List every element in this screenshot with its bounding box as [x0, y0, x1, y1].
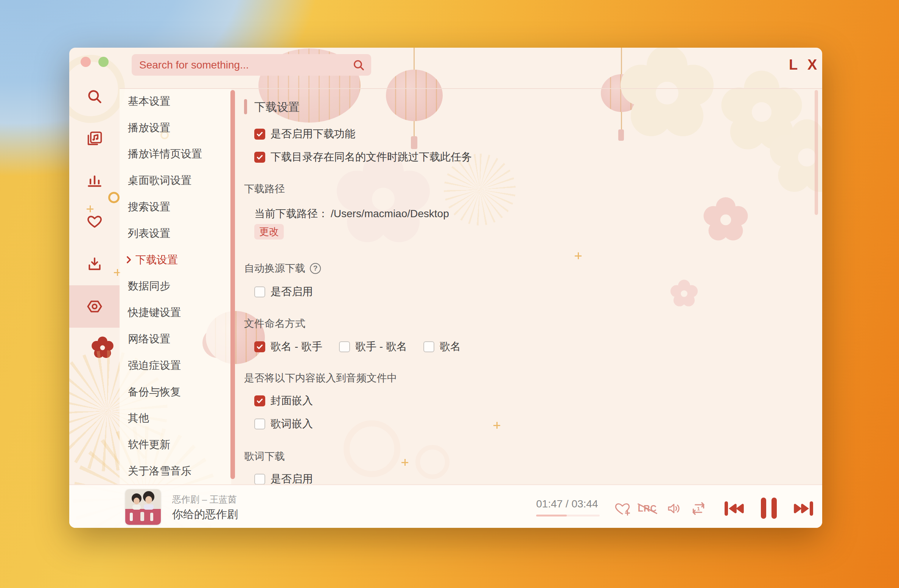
menu-item-search[interactable]: 搜索设置 [120, 194, 231, 220]
menu-item-other[interactable]: 其他 [120, 405, 231, 432]
svg-text:1: 1 [697, 506, 700, 512]
enable-download-row[interactable]: 是否启用下载功能 [254, 128, 355, 140]
menu-item-backup[interactable]: 备份与恢复 [120, 379, 231, 405]
help-icon[interactable]: ? [310, 263, 321, 274]
search-input[interactable] [132, 59, 352, 71]
checkbox-label: 下载目录存在同名的文件时跳过下载此任务 [271, 150, 472, 164]
menu-item-play-detail[interactable]: 播放详情页设置 [120, 141, 231, 168]
track-meta: 恶作剧 – 王蓝茵 [172, 493, 237, 506]
volume-icon [666, 501, 681, 516]
menu-item-network[interactable]: 网络设置 [120, 326, 231, 352]
pause-icon [759, 496, 779, 520]
desktop-lyrics-button[interactable]: LRC [636, 502, 659, 515]
checkbox-unchecked[interactable] [423, 341, 434, 352]
sidebar-item-leaderboard[interactable] [84, 170, 105, 191]
checkbox-label: 歌名 - 歌手 [271, 339, 322, 354]
repeat-one-icon: 1 [691, 501, 706, 516]
menu-item-list[interactable]: 列表设置 [120, 220, 231, 247]
titlebar: L X [69, 48, 822, 88]
checkbox-unchecked[interactable] [254, 474, 265, 485]
lyrics-enable-row[interactable]: 是否启用 [254, 473, 313, 484]
title-accent-bar [244, 99, 247, 114]
sidebar-item-search[interactable] [84, 86, 105, 107]
menu-item-play[interactable]: 播放设置 [120, 115, 231, 141]
checkbox-checked[interactable] [254, 395, 265, 406]
volume-button[interactable] [664, 500, 683, 517]
next-icon [791, 498, 815, 519]
sidebar [69, 48, 120, 484]
music-list-icon [86, 130, 103, 147]
change-path-button[interactable]: 更改 [254, 224, 284, 240]
progress-bar[interactable] [536, 515, 600, 516]
settings-content: 下载设置 是否启用下载功能 下载目录存在同名的文件时跳过下载此任务 下载路径 当… [235, 88, 822, 484]
embed-cover-row[interactable]: 封面嵌入 [254, 394, 313, 407]
window-minimize-button[interactable] [98, 57, 109, 67]
menu-item-label: 下载设置 [135, 253, 178, 267]
current-path-row: 当前下载路径： /Users/macmiao/Desktop [254, 207, 449, 221]
checkbox-label: 歌手 - 歌名 [355, 339, 407, 354]
menu-item-sync[interactable]: 数据同步 [120, 273, 231, 300]
previous-track-button[interactable] [723, 498, 747, 519]
track-title: 你给的恶作剧 [172, 507, 238, 522]
checkbox-label: 歌名 [440, 339, 461, 354]
header-divider [120, 88, 822, 89]
chevron-right-icon [126, 256, 132, 264]
loop-mode-button[interactable]: 1 [689, 500, 708, 517]
checkbox-unchecked[interactable] [254, 286, 265, 297]
checkbox-label: 是否启用 [271, 472, 313, 484]
window-close-button[interactable] [81, 57, 91, 67]
auto-source-enable-row[interactable]: 是否启用 [254, 285, 313, 298]
album-art-image [125, 489, 161, 525]
current-path-value: /Users/macmiao/Desktop [331, 208, 449, 220]
heart-icon [86, 213, 103, 230]
menu-item-ocd[interactable]: 强迫症设置 [120, 352, 231, 379]
auto-change-source-section-label: 自动换源下载 ? [244, 261, 321, 275]
bar-chart-icon [86, 172, 103, 188]
search-bar[interactable] [132, 54, 371, 76]
checkbox-label: 是否启用下载功能 [271, 127, 355, 141]
checkbox-label: 封面嵌入 [271, 394, 313, 408]
checkbox-checked[interactable] [254, 152, 265, 163]
section-text: 自动换源下载 [244, 261, 305, 275]
download-icon [86, 256, 103, 272]
checkbox-label: 是否启用 [271, 285, 313, 299]
search-icon[interactable] [352, 59, 365, 72]
content-scrollbar[interactable] [815, 90, 818, 215]
menu-item-about[interactable]: 关于洛雪音乐 [120, 458, 231, 484]
checkbox-unchecked[interactable] [339, 341, 350, 352]
menu-item-hotkeys[interactable]: 快捷键设置 [120, 299, 231, 326]
skip-existing-row[interactable]: 下载目录存在同名的文件时跳过下载此任务 [254, 151, 472, 163]
player-bar: 恶作剧 – 王蓝茵 你给的恶作剧 01:47 / 03:44 LRC 1 [69, 484, 822, 528]
app-logo: L X [789, 57, 820, 73]
sidebar-item-settings[interactable] [84, 296, 105, 317]
pause-button[interactable] [759, 496, 779, 521]
sidebar-item-favorites[interactable] [84, 211, 105, 232]
menu-item-download[interactable]: 下载设置 [120, 247, 231, 273]
checkbox-label: 歌词嵌入 [271, 417, 313, 431]
menu-scrollbar[interactable] [230, 90, 235, 479]
album-art[interactable] [125, 489, 161, 525]
search-icon [86, 88, 103, 105]
love-button[interactable] [613, 499, 631, 518]
checkbox-checked[interactable] [254, 341, 265, 352]
file-naming-section-label: 文件命名方式 [244, 317, 305, 330]
menu-item-basic[interactable]: 基本设置 [120, 88, 231, 115]
naming-option-song-artist[interactable]: 歌名 - 歌手 [254, 340, 322, 353]
sidebar-item-download[interactable] [84, 254, 105, 275]
menu-item-update[interactable]: 软件更新 [120, 431, 231, 458]
lrc-icon: LRC [638, 504, 657, 514]
time-display: 01:47 / 03:44 [536, 498, 598, 510]
next-track-button[interactable] [791, 498, 815, 519]
current-path-label: 当前下载路径： [254, 207, 328, 221]
embed-lyrics-row[interactable]: 歌词嵌入 [254, 417, 313, 430]
settings-menu: 基本设置 播放设置 播放详情页设置 桌面歌词设置 搜索设置 列表设置 下载设置 … [120, 88, 231, 484]
page-title: 下载设置 [254, 100, 300, 115]
sidebar-item-my-music[interactable] [84, 128, 105, 149]
checkbox-checked[interactable] [254, 129, 265, 140]
app-window: L X 基本设置 播放设置 播放详情页设置 桌面歌词设置 搜索设置 [69, 48, 822, 528]
checkbox-unchecked[interactable] [254, 418, 265, 429]
naming-option-artist-song[interactable]: 歌手 - 歌名 [339, 340, 407, 353]
embed-section-label: 是否将以下内容嵌入到音频文件中 [244, 371, 397, 385]
menu-item-desktop-lyrics[interactable]: 桌面歌词设置 [120, 167, 231, 194]
naming-option-song[interactable]: 歌名 [423, 340, 461, 353]
